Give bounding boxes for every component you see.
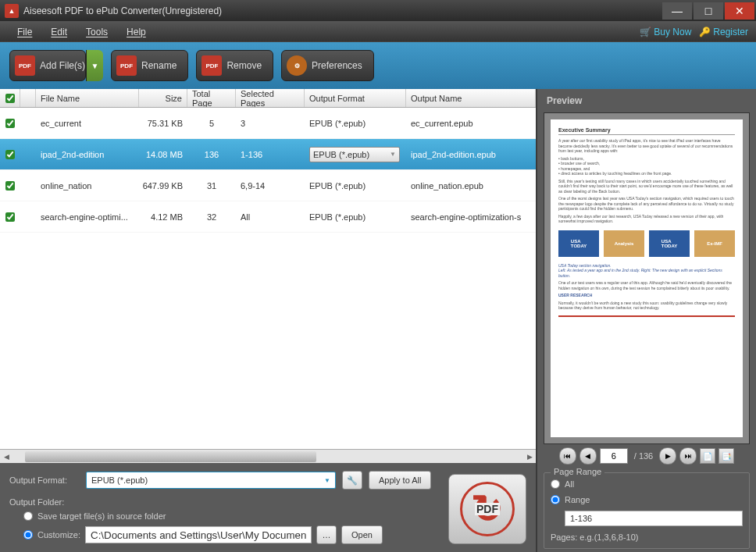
remove-button[interactable]: PDF Remove [196,50,273,81]
row-format: EPUB (*.epub) [305,139,406,169]
window-title: Aiseesoft PDF to ePub Converter(Unregist… [23,5,662,16]
scroll-right-arrow[interactable]: ▶ [523,451,536,463]
preview-document: Executive Summary A year after our first… [551,119,743,437]
save-source-label: Save target file(s) in source folder [37,511,166,521]
row-checkbox[interactable] [5,119,15,128]
doc-heading: Executive Summary [558,127,735,135]
scroll-left-arrow[interactable]: ◀ [0,451,12,463]
range-legend: Page Range [551,467,604,476]
app-window: ▲ Aiseesoft PDF to ePub Converter(Unregi… [0,0,756,552]
menu-file[interactable]: File [8,23,41,41]
output-format-select[interactable]: EPUB (*.epub) [86,472,336,489]
page-input[interactable] [600,448,628,464]
register-label: Register [713,27,748,37]
row-selected: 1-136 [236,139,305,169]
row-format: EPUB (*.epub) [305,108,406,138]
row-size: 75.31 KB [139,108,187,138]
row-checkbox[interactable] [5,181,15,191]
toolbar: PDF Add File(s) ▼ PDF Rename PDF Remove … [0,42,756,89]
col-outputname[interactable]: Output Name [406,89,536,107]
horizontal-scrollbar[interactable]: ◀ ▶ [0,449,536,463]
row-selected: All [236,201,305,232]
col-format[interactable]: Output Format [305,89,406,107]
table-row[interactable]: search-engine-optimi...4.12 MB32AllEPUB … [0,201,536,233]
col-filename[interactable]: File Name [36,89,139,107]
convert-button[interactable]: PDF [448,474,526,544]
row-size: 647.99 KB [139,170,187,201]
preview-box: Executive Summary A year after our first… [544,112,750,444]
apply-all-button[interactable]: Apply to All [369,471,431,490]
table-row[interactable]: ipad_2nd-edition14.08 MB1361-136EPUB (*.… [0,139,536,170]
buy-now-label: Buy Now [654,27,691,37]
row-filename: online_nation [36,170,139,201]
table-body: ec_current75.31 KB53EPUB (*.epub)ec_curr… [0,108,536,449]
app-icon: ▲ [5,4,19,18]
range-hint: Pages: e.g.(1,3,6,8-10) [551,532,743,542]
preferences-button[interactable]: ⚙ Preferences [281,50,374,81]
range-range-radio[interactable] [551,495,560,504]
save-source-radio[interactable] [23,511,33,521]
open-folder-button[interactable]: Open [341,525,383,544]
add-files-label: Add File(s) [40,60,85,71]
format-settings-button[interactable]: 🔧 [342,471,362,490]
row-checkbox[interactable] [5,150,15,159]
first-page-button[interactable]: ⏮ [559,447,576,465]
menu-help[interactable]: Help [117,23,155,41]
titlebar: ▲ Aiseesoft PDF to ePub Converter(Unregi… [0,0,756,22]
row-checkbox[interactable] [5,212,15,222]
cart-icon: 🛒 [640,27,651,37]
close-button[interactable]: ✕ [725,2,754,20]
menu-edit[interactable]: Edit [41,23,77,41]
row-filename: search-engine-optimi... [36,201,139,232]
rename-button[interactable]: PDF Rename [111,50,188,81]
row-pages: 32 [187,201,236,232]
maximize-button[interactable]: □ [694,2,723,20]
register-link[interactable]: 🔑 Register [699,27,748,37]
export-page-button[interactable]: 📑 [719,448,734,464]
rename-label: Rename [141,60,177,71]
scroll-thumb[interactable] [25,451,316,462]
row-format: EPUB (*.epub) [305,170,406,201]
add-files-button[interactable]: PDF Add File(s) [9,50,86,81]
col-size[interactable]: Size [139,89,187,107]
row-format-select[interactable]: EPUB (*.epub) [309,147,400,162]
row-filename: ec_current [36,108,139,138]
browse-button[interactable]: … [316,525,337,544]
menu-tools[interactable]: Tools [77,23,117,41]
row-size: 14.08 MB [139,139,187,169]
range-input[interactable] [565,511,743,526]
prev-page-button[interactable]: ◀ [579,447,597,465]
buy-now-link[interactable]: 🛒 Buy Now [640,27,691,37]
output-panel: Output Format: EPUB (*.epub) 🔧 Apply to … [0,463,536,552]
row-output: ec_current.epub [406,108,536,138]
preview-label: Preview [544,92,750,112]
minimize-button[interactable]: — [662,2,692,20]
remove-label: Remove [226,60,262,71]
page-total: / 136 [634,451,653,461]
snapshot-button[interactable]: 📄 [700,448,715,464]
row-format: EPUB (*.epub) [305,201,406,232]
custom-path-input[interactable] [85,526,312,543]
row-output: ipad_2nd-edition.epub [406,139,536,169]
customize-radio[interactable] [23,530,33,540]
output-format-label: Output Format: [9,475,80,485]
row-pages: 31 [187,170,236,201]
range-all-radio[interactable] [551,479,560,489]
select-all-checkbox[interactable] [5,94,15,103]
table-row[interactable]: ec_current75.31 KB53EPUB (*.epub)ec_curr… [0,108,536,139]
output-format-value: EPUB (*.epub) [91,475,148,485]
range-all-label: All [565,479,574,489]
pdf-remove-icon: PDF [201,55,222,76]
col-totalpage[interactable]: Total Page [187,89,236,107]
pager: ⏮ ◀ / 136 ▶ ⏭ 📄 📑 [544,444,750,468]
add-files-dropdown[interactable]: ▼ [86,50,103,81]
pdf-rename-icon: PDF [116,55,137,76]
row-pages: 5 [187,108,236,138]
pdf-add-icon: PDF [15,55,35,76]
next-page-button[interactable]: ▶ [659,447,676,465]
preferences-label: Preferences [312,60,362,71]
table-row[interactable]: online_nation647.99 KB316,9-14EPUB (*.ep… [0,170,536,201]
col-selected[interactable]: Selected Pages [236,89,305,107]
last-page-button[interactable]: ⏭ [679,447,697,465]
row-filename: ipad_2nd-edition [36,139,139,169]
